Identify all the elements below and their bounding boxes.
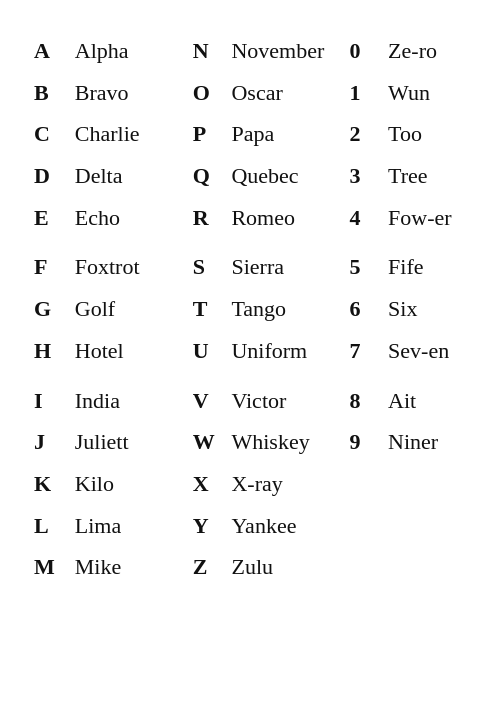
letter-val-col1: Kilo <box>71 463 189 505</box>
letter-val-col2: November <box>227 30 345 72</box>
letter-key-col1: H <box>30 330 71 372</box>
letter-key-col2: Z <box>189 546 228 588</box>
letter-val-col2: Zulu <box>227 546 345 588</box>
letter-key-col1: E <box>30 197 71 239</box>
digit-val-col3 <box>384 505 470 547</box>
digit-val-col3 <box>384 546 470 588</box>
digit-val-col3: Niner <box>384 421 470 463</box>
letter-val-col2: Sierra <box>227 238 345 288</box>
letter-val-col2: Quebec <box>227 155 345 197</box>
letter-val-col2: X-ray <box>227 463 345 505</box>
digit-val-col3 <box>384 463 470 505</box>
digit-key-col3: 2 <box>345 113 384 155</box>
letter-key-col1: L <box>30 505 71 547</box>
digit-key-col3: 5 <box>345 238 384 288</box>
digit-key-col3: 9 <box>345 421 384 463</box>
letter-key-col1: D <box>30 155 71 197</box>
letter-val-col1: Golf <box>71 288 189 330</box>
letter-val-col2: Tango <box>227 288 345 330</box>
letter-key-col2: R <box>189 197 228 239</box>
letter-val-col2: Oscar <box>227 72 345 114</box>
letter-key-col1: F <box>30 238 71 288</box>
letter-val-col1: Alpha <box>71 30 189 72</box>
letter-val-col2: Whiskey <box>227 421 345 463</box>
letter-key-col1: M <box>30 546 71 588</box>
letter-key-col2: P <box>189 113 228 155</box>
digit-key-col3: 3 <box>345 155 384 197</box>
letter-key-col2: S <box>189 238 228 288</box>
letter-val-col2: Papa <box>227 113 345 155</box>
letter-val-col1: Mike <box>71 546 189 588</box>
digit-val-col3: Sev-en <box>384 330 470 372</box>
letter-key-col2: W <box>189 421 228 463</box>
letter-key-col1: C <box>30 113 71 155</box>
digit-key-col3: 0 <box>345 30 384 72</box>
digit-key-col3 <box>345 463 384 505</box>
letter-val-col2: Yankee <box>227 505 345 547</box>
letter-key-col2: Q <box>189 155 228 197</box>
letter-key-col2: Y <box>189 505 228 547</box>
letter-val-col1: Delta <box>71 155 189 197</box>
letter-val-col1: Charlie <box>71 113 189 155</box>
digit-key-col3: 4 <box>345 197 384 239</box>
letter-val-col2: Romeo <box>227 197 345 239</box>
digit-val-col3: Fow-er <box>384 197 470 239</box>
letter-key-col2: X <box>189 463 228 505</box>
letter-val-col2: Victor <box>227 372 345 422</box>
letter-val-col1: Lima <box>71 505 189 547</box>
digit-key-col3 <box>345 546 384 588</box>
letter-key-col2: O <box>189 72 228 114</box>
letter-val-col1: Bravo <box>71 72 189 114</box>
letter-key-col2: V <box>189 372 228 422</box>
letter-key-col2: U <box>189 330 228 372</box>
digit-key-col3: 7 <box>345 330 384 372</box>
letter-key-col1: I <box>30 372 71 422</box>
letter-val-col1: Juliett <box>71 421 189 463</box>
phonetic-alphabet-table: AAlphaNNovember0Ze-roBBravoOOscar1WunCCh… <box>30 30 470 588</box>
digit-val-col3: Tree <box>384 155 470 197</box>
digit-key-col3: 1 <box>345 72 384 114</box>
digit-val-col3: Ait <box>384 372 470 422</box>
letter-val-col2: Uniform <box>227 330 345 372</box>
digit-val-col3: Fife <box>384 238 470 288</box>
letter-val-col1: India <box>71 372 189 422</box>
digit-key-col3: 6 <box>345 288 384 330</box>
letter-val-col1: Echo <box>71 197 189 239</box>
letter-key-col2: T <box>189 288 228 330</box>
letter-key-col1: A <box>30 30 71 72</box>
letter-val-col1: Hotel <box>71 330 189 372</box>
letter-key-col1: J <box>30 421 71 463</box>
digit-val-col3: Wun <box>384 72 470 114</box>
letter-key-col1: G <box>30 288 71 330</box>
digit-val-col3: Ze-ro <box>384 30 470 72</box>
letter-val-col1: Foxtrot <box>71 238 189 288</box>
digit-val-col3: Six <box>384 288 470 330</box>
digit-val-col3: Too <box>384 113 470 155</box>
digit-key-col3: 8 <box>345 372 384 422</box>
letter-key-col1: K <box>30 463 71 505</box>
digit-key-col3 <box>345 505 384 547</box>
letter-key-col2: N <box>189 30 228 72</box>
letter-key-col1: B <box>30 72 71 114</box>
